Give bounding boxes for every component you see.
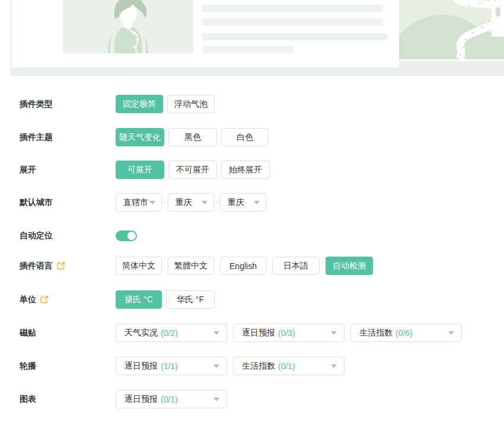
- chevron-down-icon: [254, 201, 260, 204]
- select-count: (0/1): [161, 395, 178, 404]
- select-value: 逐日预报: [125, 361, 158, 372]
- option-fahrenheit-button[interactable]: 华氏 °F: [166, 290, 215, 309]
- label-plugin-language: 插件语言: [20, 261, 116, 271]
- row-chart: 图表 逐日预报 (0/1): [20, 390, 227, 408]
- option-japanese-button[interactable]: 日本語: [272, 257, 320, 275]
- great-wall-illustration: [399, 0, 504, 59]
- option-simplified-chinese-button[interactable]: 简体中文: [116, 257, 162, 275]
- label-plugin-language-text: 插件语言: [20, 261, 53, 271]
- province-select[interactable]: 直辖市: [116, 193, 162, 212]
- city-select[interactable]: 重庆: [168, 193, 214, 212]
- chevron-down-icon: [202, 201, 208, 204]
- option-expandable-button[interactable]: 可展开: [116, 161, 164, 179]
- province-select-value: 直辖市: [123, 197, 148, 208]
- qipao-illustration: [63, 0, 193, 53]
- label-unit-text: 单位: [20, 295, 36, 305]
- chevron-down-icon: [213, 331, 219, 335]
- select-value: 生活指数: [359, 328, 393, 338]
- row-plugin-language: 插件语言 简体中文 繁體中文 English 日本語 自动检测: [20, 257, 373, 275]
- chart-select[interactable]: 逐日预报 (0/1): [116, 390, 227, 408]
- label-plugin-theme: 插件主题: [20, 132, 116, 143]
- label-carousel: 轮播: [20, 361, 116, 372]
- external-link-icon[interactable]: [57, 262, 65, 270]
- tiles-select-2[interactable]: 逐日预报 (0/3): [233, 324, 344, 342]
- label-unit: 单位: [20, 295, 116, 305]
- chevron-down-icon: [213, 364, 219, 368]
- option-celsius-button[interactable]: 摄氏 °C: [116, 290, 162, 309]
- placeholder-bar: [202, 18, 383, 25]
- option-floating-bubble-button[interactable]: 浮动气泡: [167, 95, 215, 113]
- row-carousel: 轮播 逐日预报 (1/1) 生活指数 (0/1): [20, 357, 344, 375]
- select-count: (0/2): [161, 328, 178, 338]
- chevron-down-icon: [448, 331, 454, 335]
- label-chart: 图表: [20, 394, 116, 405]
- toggle-knob: [127, 232, 136, 240]
- placeholder-bar: [202, 46, 294, 53]
- row-tiles: 磁贴 天气实况 (0/2) 逐日预报 (0/3) 生活指数 (0/6): [20, 324, 462, 342]
- label-tiles: 磁贴: [20, 328, 116, 338]
- select-count: (0/6): [395, 328, 413, 338]
- auto-locate-toggle[interactable]: [116, 231, 137, 241]
- chevron-down-icon: [331, 364, 337, 368]
- option-always-expanded-button[interactable]: 始终展开: [221, 161, 270, 179]
- chevron-down-icon: [331, 331, 337, 335]
- row-unit: 单位 摄氏 °C 华氏 °F: [20, 290, 215, 309]
- chevron-down-icon: [149, 201, 155, 204]
- select-value: 逐日预报: [125, 394, 158, 405]
- option-white-button[interactable]: 白色: [221, 128, 269, 146]
- select-count: (1/1): [161, 361, 178, 371]
- select-value: 生活指数: [242, 361, 275, 372]
- row-expand: 展开 可展开 不可展开 始终展开: [20, 161, 270, 179]
- row-plugin-type: 插件类型 固定极简 浮动气泡: [20, 95, 215, 113]
- option-black-button[interactable]: 黑色: [168, 128, 217, 146]
- label-default-city: 默认城市: [20, 197, 116, 208]
- widget-preview-card: [11, 0, 504, 76]
- district-select[interactable]: 重庆: [220, 193, 266, 212]
- carousel-select-1[interactable]: 逐日预报 (1/1): [116, 357, 227, 375]
- tiles-select-3[interactable]: 生活指数 (0/6): [350, 324, 462, 342]
- tiles-select-1[interactable]: 天气实况 (0/2): [116, 324, 227, 342]
- option-traditional-chinese-button[interactable]: 繁體中文: [168, 257, 214, 275]
- placeholder-bar: [202, 33, 387, 40]
- select-separator: [162, 202, 168, 203]
- placeholder-strip: [399, 61, 504, 68]
- option-follow-weather-button[interactable]: 随天气变化: [116, 128, 164, 146]
- label-expand: 展开: [20, 165, 116, 175]
- external-link-icon[interactable]: [40, 296, 48, 303]
- row-plugin-theme: 插件主题 随天气变化 黑色 白色: [20, 128, 269, 146]
- select-value: 天气实况: [125, 328, 158, 338]
- select-count: (0/1): [278, 361, 295, 371]
- row-default-city: 默认城市 直辖市 重庆 重庆: [20, 193, 266, 212]
- row-auto-locate: 自动定位: [20, 226, 137, 245]
- label-auto-locate: 自动定位: [20, 231, 116, 241]
- option-fixed-minimal-button[interactable]: 固定极简: [116, 95, 163, 113]
- option-english-button[interactable]: English: [220, 257, 266, 275]
- placeholder-bar: [202, 5, 383, 12]
- select-count: (0/3): [278, 328, 295, 338]
- option-not-expandable-button[interactable]: 不可展开: [168, 161, 217, 179]
- district-select-value: 重庆: [228, 197, 244, 208]
- city-select-value: 重庆: [176, 197, 192, 208]
- header-divider-bar: [11, 68, 504, 76]
- label-plugin-type: 插件类型: [20, 99, 116, 110]
- select-value: 逐日预报: [242, 328, 275, 338]
- chevron-down-icon: [213, 398, 219, 401]
- select-separator: [214, 202, 220, 203]
- option-auto-detect-button[interactable]: 自动检测: [326, 257, 373, 275]
- carousel-select-2[interactable]: 生活指数 (0/1): [233, 357, 344, 375]
